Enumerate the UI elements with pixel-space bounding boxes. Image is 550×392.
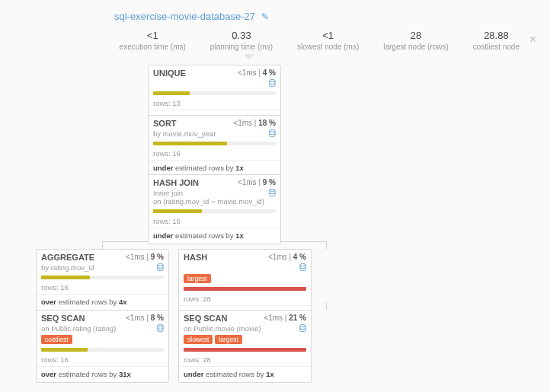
node-estimate: over estimated rows by 4x [37, 294, 168, 310]
metrics-bar: <1execution time (ms) 0.33planning time … [0, 25, 550, 65]
svg-point-5 [158, 324, 163, 327]
node-stats: <1ms | 4 % [268, 253, 306, 261]
node-bar [184, 348, 306, 352]
metric: 28largest node (rows) [383, 30, 449, 51]
node-stats: <1ms | 18 % [233, 119, 276, 127]
node-subtitle: Inner join [153, 189, 183, 197]
database-icon [299, 263, 306, 272]
badge-costliest: costliest [41, 335, 72, 344]
node-rows: rows: 16 [37, 281, 168, 294]
metric: 0.33planning time (ms) [210, 30, 273, 51]
node-rows: rows: 16 [149, 215, 280, 228]
chevron-down-icon [244, 54, 254, 60]
node-bar [41, 276, 164, 279]
node-title: UNIQUE [153, 69, 186, 78]
database-icon [269, 79, 276, 88]
node-stats: <1ms | 9 % [238, 178, 276, 186]
node-subtitle: on Public.rating (rating) [41, 324, 116, 333]
node-seq-scan-movie[interactable]: SEQ SCAN<1ms | 21 %on Public.movie (movi… [178, 310, 312, 383]
database-icon [269, 189, 276, 197]
database-icon [157, 324, 164, 333]
node-stats: <1ms | 4 % [238, 69, 276, 77]
node-bar [153, 209, 276, 213]
node-hash-join[interactable]: HASH JOIN<1ms | 9 %Inner joinon (rating.… [148, 174, 281, 244]
node-rows: rows: 28 [179, 292, 311, 305]
node-title: AGGREGATE [41, 253, 94, 262]
node-bar [41, 348, 164, 352]
node-title: HASH JOIN [153, 178, 199, 187]
badge-largest: largest [184, 274, 211, 283]
node-rows: rows: 16 [37, 353, 168, 366]
svg-point-0 [270, 79, 275, 81]
svg-point-1 [270, 129, 275, 132]
metric: <1slowest node (ms) [297, 30, 359, 51]
node-estimate: under estimated rows by 1x [179, 366, 311, 382]
node-aggregate[interactable]: AGGREGATE<1ms | 9 %by rating.mov_idrows:… [36, 249, 169, 311]
badge-slowest: slowest [184, 335, 213, 344]
node-seq-scan-rating[interactable]: SEQ SCAN<1ms | 8 %on Public.rating (rati… [36, 310, 169, 383]
plan-title: sql-exercise-movie-database-27 [114, 11, 255, 22]
metric: <1execution time (ms) [120, 30, 186, 51]
svg-point-4 [300, 263, 305, 266]
node-title: HASH [184, 253, 207, 262]
svg-point-3 [158, 263, 163, 266]
node-bar [184, 287, 306, 291]
svg-point-6 [300, 324, 305, 327]
node-rows: rows: 28 [179, 353, 311, 366]
node-stats: <1ms | 8 % [126, 314, 164, 322]
node-title: SEQ SCAN [41, 314, 85, 323]
badge-largest: largest [215, 335, 242, 344]
node-rows: rows: 13 [149, 97, 280, 110]
node-estimate: under estimated rows by 1x [149, 160, 280, 176]
node-stats: <1ms | 9 % [126, 253, 164, 261]
node-title: SEQ SCAN [184, 314, 227, 323]
metric: 28.88costliest node [473, 30, 520, 51]
plan-tree: UNIQUE<1ms | 4 %rows: 13over estimated r… [0, 65, 550, 392]
svg-point-2 [270, 189, 275, 191]
node-title: SORT [153, 119, 177, 128]
node-subtitle: on Public.movie (movie) [184, 324, 261, 333]
node-subtitle: by rating.mov_id [41, 263, 94, 272]
database-icon [299, 324, 306, 333]
node-estimate: over estimated rows by 31x [37, 366, 168, 382]
node-rows: rows: 16 [149, 147, 280, 160]
close-icon[interactable]: × [529, 33, 536, 46]
node-bar [153, 91, 276, 95]
node-stats: <1ms | 21 % [264, 314, 306, 322]
node-estimate: under estimated rows by 1x [149, 228, 280, 244]
database-icon [157, 263, 164, 272]
node-bar [153, 142, 276, 145]
node-subtitle: by movie.mov_year [153, 129, 216, 138]
node-subtitle: on (rating.mov_id = movie.mov_id) [153, 197, 264, 206]
node-sort[interactable]: SORT<1ms | 18 %by movie.mov_yearrows: 16… [148, 115, 281, 177]
edit-title-icon[interactable]: ✎ [261, 11, 269, 22]
database-icon [269, 129, 276, 138]
